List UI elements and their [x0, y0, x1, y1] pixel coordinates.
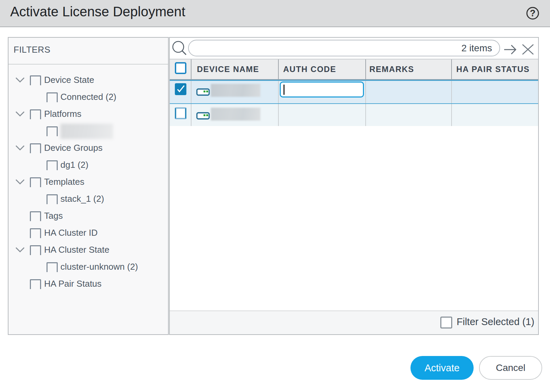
svg-text:?: ? [530, 8, 536, 18]
